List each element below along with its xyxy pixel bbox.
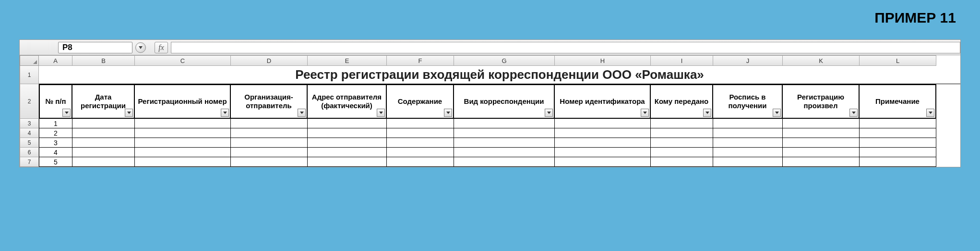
cell[interactable]: [135, 138, 231, 148]
select-all-button[interactable]: [20, 55, 39, 66]
cell[interactable]: [713, 128, 783, 138]
col-head-B[interactable]: B: [72, 55, 135, 66]
cell[interactable]: [231, 128, 308, 138]
cell[interactable]: [555, 119, 651, 128]
cell[interactable]: [231, 119, 308, 128]
cell[interactable]: [860, 119, 936, 128]
cell[interactable]: [555, 157, 651, 167]
cell[interactable]: [555, 138, 651, 148]
cell[interactable]: [231, 138, 308, 148]
th-note[interactable]: Примечание: [860, 84, 936, 119]
cell[interactable]: [651, 119, 713, 128]
cell[interactable]: [454, 128, 555, 138]
col-head-H[interactable]: H: [555, 55, 651, 66]
cell[interactable]: [387, 119, 454, 128]
cell[interactable]: [454, 138, 555, 148]
row-head-3[interactable]: 3: [20, 119, 39, 128]
row-head-2[interactable]: 2: [20, 84, 39, 119]
cell[interactable]: [651, 157, 713, 167]
col-head-J[interactable]: J: [713, 55, 783, 66]
cell[interactable]: [308, 138, 387, 148]
cell[interactable]: 5: [39, 157, 72, 167]
cell[interactable]: [860, 148, 936, 157]
col-head-D[interactable]: D: [231, 55, 308, 66]
filter-button[interactable]: [641, 109, 649, 117]
col-head-K[interactable]: K: [783, 55, 860, 66]
cell[interactable]: [387, 148, 454, 157]
cell[interactable]: [651, 128, 713, 138]
th-org[interactable]: Организация-отправитель: [231, 84, 308, 119]
col-head-C[interactable]: C: [135, 55, 231, 66]
row-head-1[interactable]: 1: [20, 66, 39, 84]
th-corrtype[interactable]: Вид корреспонденции: [454, 84, 555, 119]
cell[interactable]: [231, 157, 308, 167]
th-whom[interactable]: Кому передано: [651, 84, 713, 119]
th-date[interactable]: Дата регистрации: [72, 84, 135, 119]
row-head-4[interactable]: 4: [20, 128, 39, 138]
th-regnum[interactable]: Регистрационный номер: [135, 84, 231, 119]
cell[interactable]: [783, 128, 860, 138]
cell[interactable]: [308, 119, 387, 128]
cell[interactable]: [308, 128, 387, 138]
filter-button[interactable]: [545, 109, 553, 117]
cell[interactable]: 3: [39, 138, 72, 148]
cell[interactable]: [135, 157, 231, 167]
cell[interactable]: [135, 148, 231, 157]
cell[interactable]: [454, 157, 555, 167]
cell[interactable]: 1: [39, 119, 72, 128]
cell[interactable]: [713, 138, 783, 148]
cell[interactable]: [860, 138, 936, 148]
cell[interactable]: [231, 148, 308, 157]
col-head-E[interactable]: E: [308, 55, 387, 66]
cell[interactable]: [651, 138, 713, 148]
cell[interactable]: [713, 119, 783, 128]
filter-button[interactable]: [444, 109, 452, 117]
cell[interactable]: [860, 157, 936, 167]
col-head-F[interactable]: F: [387, 55, 454, 66]
th-regby[interactable]: Регистрацию произвел: [783, 84, 860, 119]
cell[interactable]: [72, 128, 135, 138]
insert-function-button[interactable]: fx: [155, 42, 168, 53]
filter-button[interactable]: [703, 109, 711, 117]
cell[interactable]: [308, 148, 387, 157]
cell[interactable]: [72, 119, 135, 128]
filter-button[interactable]: [849, 109, 858, 117]
filter-button[interactable]: [221, 109, 229, 117]
cell[interactable]: 4: [39, 148, 72, 157]
filter-button[interactable]: [125, 109, 133, 117]
filter-button[interactable]: [62, 109, 71, 117]
cell[interactable]: [387, 138, 454, 148]
cell[interactable]: [135, 128, 231, 138]
cell[interactable]: [783, 119, 860, 128]
th-sign[interactable]: Роспись в получении: [713, 84, 783, 119]
cell[interactable]: [860, 128, 936, 138]
th-identnum[interactable]: Номер идентификатора: [555, 84, 651, 119]
cell[interactable]: 2: [39, 128, 72, 138]
cell[interactable]: [387, 157, 454, 167]
name-box-dropdown[interactable]: [135, 42, 146, 53]
cell[interactable]: [555, 148, 651, 157]
filter-button[interactable]: [298, 109, 306, 117]
cell[interactable]: [713, 157, 783, 167]
cell[interactable]: [308, 157, 387, 167]
col-head-I[interactable]: I: [651, 55, 713, 66]
cell[interactable]: [555, 128, 651, 138]
cell[interactable]: [72, 157, 135, 167]
th-content[interactable]: Содержание: [387, 84, 454, 119]
th-num[interactable]: № п/п: [39, 84, 72, 119]
sheet-title[interactable]: Реестр регистрации входящей корреспонден…: [39, 66, 960, 84]
formula-bar[interactable]: [171, 42, 960, 53]
cell[interactable]: [713, 148, 783, 157]
th-addr[interactable]: Адрес отправителя (фактический): [308, 84, 387, 119]
cell[interactable]: [387, 128, 454, 138]
row-head-7[interactable]: 7: [20, 157, 39, 167]
name-box[interactable]: P8: [58, 42, 132, 53]
cell[interactable]: [454, 148, 555, 157]
cell[interactable]: [454, 119, 555, 128]
cell[interactable]: [72, 148, 135, 157]
cell[interactable]: [783, 138, 860, 148]
col-head-G[interactable]: G: [454, 55, 555, 66]
cell[interactable]: [651, 148, 713, 157]
filter-button[interactable]: [377, 109, 385, 117]
row-head-6[interactable]: 6: [20, 148, 39, 157]
